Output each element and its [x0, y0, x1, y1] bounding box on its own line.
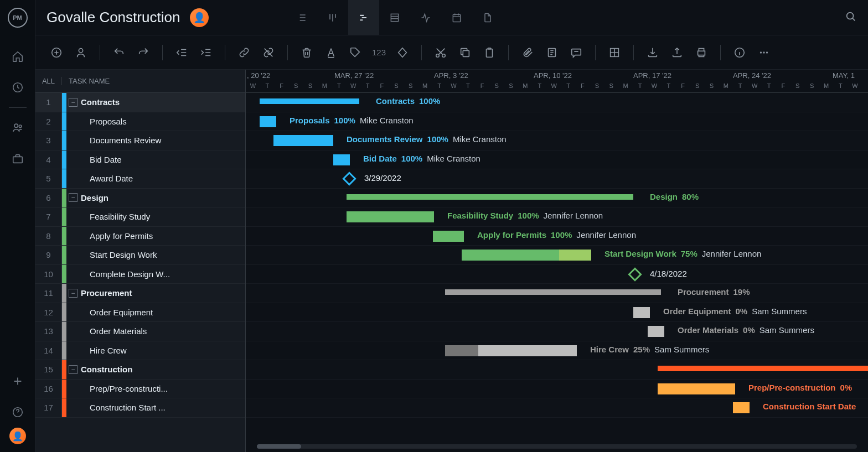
- plus-icon[interactable]: [7, 370, 29, 392]
- redo-button[interactable]: [136, 45, 151, 60]
- gantt-panel[interactable]: , 20 '22MAR, 27 '22APR, 3 '22APR, 10 '22…: [246, 70, 868, 452]
- task-row[interactable]: 3 Documents Review: [35, 131, 245, 150]
- sheet-view-tab[interactable]: [379, 0, 410, 35]
- gantt-row: Construction: [246, 360, 868, 380]
- task-row[interactable]: 14 Hire Crew: [35, 341, 245, 361]
- row-color-bar: [62, 150, 66, 169]
- text-format-button[interactable]: [323, 45, 339, 60]
- gantt-view-tab[interactable]: [348, 0, 379, 35]
- bar-assignee: Jennifer Lennon: [702, 249, 762, 258]
- more-button[interactable]: [756, 45, 772, 60]
- clock-icon[interactable]: [7, 76, 29, 98]
- horizontal-scrollbar[interactable]: [257, 444, 857, 449]
- task-bar[interactable]: [658, 383, 735, 394]
- task-row[interactable]: 10 Complete Design W...: [35, 265, 245, 284]
- tag-button[interactable]: [348, 45, 363, 60]
- task-bar[interactable]: [733, 402, 750, 413]
- task-name: Design: [81, 193, 245, 202]
- task-bar[interactable]: [260, 116, 276, 127]
- user-avatar[interactable]: 👤: [190, 8, 209, 27]
- task-row[interactable]: 1 − Contracts: [35, 93, 245, 112]
- unlink-button[interactable]: [261, 45, 276, 60]
- milestone-button[interactable]: [395, 45, 410, 60]
- svg-rect-6: [453, 14, 461, 22]
- row-number: 5: [35, 169, 62, 188]
- import-button[interactable]: [645, 45, 660, 60]
- task-bar[interactable]: [347, 211, 434, 222]
- task-row[interactable]: 7 Feasibility Study: [35, 207, 245, 227]
- task-row[interactable]: 17 Construction Start ...: [35, 398, 245, 418]
- col-taskname-header[interactable]: TASK NAME: [62, 77, 245, 85]
- summary-bar[interactable]: [445, 289, 661, 295]
- task-row[interactable]: 15 − Construction: [35, 360, 245, 380]
- bar-name: Order Equipment: [663, 306, 731, 316]
- task-row[interactable]: 9 Start Design Work: [35, 246, 245, 265]
- collapse-toggle[interactable]: −: [69, 289, 78, 298]
- indent-button[interactable]: [198, 45, 214, 60]
- task-bar[interactable]: [433, 231, 464, 242]
- milestone-diamond[interactable]: [628, 267, 642, 281]
- bar-percent: 100%: [401, 154, 422, 163]
- task-row[interactable]: 4 Bid Date: [35, 150, 245, 170]
- columns-button[interactable]: [607, 45, 622, 60]
- task-bar[interactable]: [273, 135, 333, 146]
- paste-button[interactable]: [482, 45, 497, 60]
- undo-button[interactable]: [111, 45, 127, 60]
- list-view-tab[interactable]: [286, 0, 317, 35]
- briefcase-icon[interactable]: [7, 148, 29, 170]
- gantt-row: Hire Crew 25% Sam Summers: [246, 341, 868, 361]
- task-header: ALL TASK NAME: [35, 70, 245, 93]
- topbar: Govalle Construction 👤: [35, 0, 868, 35]
- team-icon[interactable]: [7, 117, 29, 139]
- bar-assignee: Sam Summers: [752, 306, 807, 316]
- svg-rect-3: [13, 157, 22, 163]
- user-avatar-small[interactable]: 👤: [9, 428, 26, 444]
- svg-rect-12: [463, 50, 469, 56]
- task-row[interactable]: 2 Proposals: [35, 112, 245, 132]
- comment-button[interactable]: [569, 45, 584, 60]
- task-bar[interactable]: [462, 250, 591, 261]
- link-button[interactable]: [236, 45, 252, 60]
- cut-button[interactable]: [433, 45, 448, 60]
- collapse-toggle[interactable]: −: [69, 193, 78, 202]
- task-bar[interactable]: [648, 326, 664, 337]
- summary-bar[interactable]: [347, 194, 633, 200]
- gantt-body[interactable]: Contracts 100% Proposals 100% Mike Crans…: [246, 93, 868, 418]
- collapse-toggle[interactable]: −: [69, 365, 78, 374]
- info-button[interactable]: [732, 45, 747, 60]
- outdent-button[interactable]: [174, 45, 189, 60]
- task-bar[interactable]: [333, 154, 350, 165]
- assign-button[interactable]: [73, 45, 89, 60]
- board-view-tab[interactable]: [317, 0, 348, 35]
- activity-view-tab[interactable]: [410, 0, 441, 35]
- help-icon[interactable]: [7, 401, 29, 423]
- notes-button[interactable]: [544, 45, 560, 60]
- copy-button[interactable]: [457, 45, 473, 60]
- task-row[interactable]: 8 Apply for Permits: [35, 227, 245, 246]
- calendar-view-tab[interactable]: [441, 0, 472, 35]
- svg-rect-5: [391, 14, 399, 21]
- task-row[interactable]: 12 Order Equipment: [35, 303, 245, 323]
- export-button[interactable]: [669, 45, 685, 60]
- col-all-header[interactable]: ALL: [35, 77, 62, 85]
- task-row[interactable]: 6 − Design: [35, 189, 245, 208]
- file-view-tab[interactable]: [472, 0, 503, 35]
- attachment-button[interactable]: [520, 45, 535, 60]
- task-row[interactable]: 13 Order Materials: [35, 322, 245, 341]
- task-bar[interactable]: [633, 307, 650, 318]
- search-icon[interactable]: [845, 11, 857, 24]
- summary-bar[interactable]: [658, 366, 868, 371]
- collapse-toggle[interactable]: −: [69, 98, 78, 107]
- svg-point-2: [19, 125, 22, 128]
- summary-bar[interactable]: [260, 98, 359, 104]
- task-row[interactable]: 16 Prep/Pre-constructi...: [35, 380, 245, 399]
- milestone-diamond[interactable]: [342, 172, 356, 185]
- task-row[interactable]: 5 Award Date: [35, 169, 245, 189]
- print-button[interactable]: [694, 45, 709, 60]
- task-bar[interactable]: [445, 345, 577, 356]
- delete-button[interactable]: [299, 45, 314, 60]
- add-task-button[interactable]: [49, 45, 64, 60]
- home-icon[interactable]: [7, 45, 29, 67]
- task-row[interactable]: 11 − Procurement: [35, 284, 245, 303]
- milestone-date: 3/29/2022: [364, 173, 401, 183]
